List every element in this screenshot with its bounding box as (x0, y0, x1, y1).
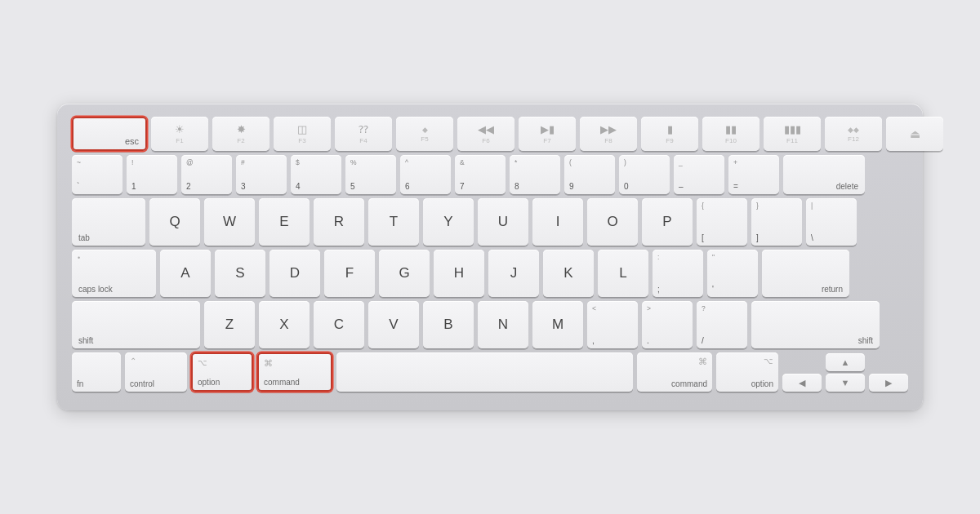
key-arrow-up[interactable]: ▲ (826, 353, 865, 371)
key-d[interactable]: D (270, 250, 320, 297)
key-f7[interactable]: ▶▮ F7 (519, 117, 576, 151)
key-semicolon[interactable]: : ; (653, 250, 703, 297)
key-f10[interactable]: ▮▮ F10 (702, 117, 760, 151)
key-i[interactable]: I (532, 198, 583, 246)
key-arrow-down[interactable]: ▼ (826, 374, 865, 392)
key-6[interactable]: ^ 6 (400, 155, 451, 194)
f5-icon: ◆ (422, 126, 428, 134)
key-arrow-left[interactable]: ◀ (782, 374, 822, 392)
key-0[interactable]: ) 0 (619, 155, 670, 194)
key-open-bracket[interactable]: { [ (697, 198, 747, 246)
key-comma[interactable]: < , (587, 301, 638, 348)
key-backtick[interactable]: ~ ` (72, 155, 122, 194)
key-m[interactable]: M (532, 301, 583, 348)
esc-label: esc (125, 136, 139, 146)
command-left-icon: ⌘ (264, 358, 273, 369)
key-3[interactable]: # 3 (236, 155, 287, 194)
key-s[interactable]: S (215, 250, 265, 297)
key-f12[interactable]: ◆◆ F12 (825, 117, 882, 151)
option-left-icon: ⌥ (198, 358, 207, 367)
key-backslash[interactable]: | \ (806, 198, 857, 246)
key-f1[interactable]: ☀ F1 (151, 117, 208, 151)
key-caps-lock[interactable]: caps lock (72, 250, 156, 297)
key-f9[interactable]: ▮ F9 (641, 117, 698, 151)
key-option-left[interactable]: ⌥ option (191, 352, 253, 392)
f9-label: F9 (666, 137, 673, 144)
command-left-label: command (264, 378, 300, 387)
key-delete[interactable]: delete (783, 155, 865, 194)
key-option-right[interactable]: ⌥ option (716, 352, 778, 392)
key-c[interactable]: C (314, 301, 364, 348)
key-1[interactable]: ! 1 (127, 155, 177, 194)
key-f4[interactable]: ⁇ F4 (335, 117, 392, 151)
key-a[interactable]: A (160, 250, 211, 297)
key-arrow-right[interactable]: ▶ (869, 374, 908, 392)
f12-label: F12 (848, 135, 859, 143)
command-right-label: command (671, 379, 707, 388)
key-g[interactable]: G (379, 250, 430, 297)
key-z[interactable]: Z (204, 301, 255, 348)
key-b[interactable]: B (423, 301, 474, 348)
key-o[interactable]: O (587, 198, 638, 246)
key-5[interactable]: % 5 (345, 155, 396, 194)
key-t[interactable]: T (368, 198, 419, 246)
key-y[interactable]: Y (423, 198, 474, 246)
key-f11[interactable]: ▮▮▮ F11 (764, 117, 821, 151)
key-esc[interactable]: esc (72, 117, 147, 151)
f1-icon: ☀ (175, 123, 185, 135)
key-9[interactable]: ( 9 (564, 155, 615, 194)
return-label: return (822, 285, 843, 294)
f2-icon: ✸ (237, 123, 246, 135)
key-e[interactable]: E (259, 198, 310, 246)
key-4[interactable]: $ 4 (291, 155, 341, 194)
key-w[interactable]: W (204, 198, 255, 246)
key-8[interactable]: * 8 (510, 155, 560, 194)
shift-left-label: shift (78, 336, 93, 345)
key-q[interactable]: Q (149, 198, 200, 246)
f8-label: F8 (604, 137, 612, 144)
key-n[interactable]: N (478, 301, 528, 348)
key-command-left[interactable]: ⌘ command (257, 352, 332, 392)
key-eject[interactable]: ⏏ (886, 117, 943, 151)
key-j[interactable]: J (488, 250, 539, 297)
key-fn[interactable]: fn (72, 352, 121, 392)
key-l[interactable]: L (598, 250, 648, 297)
f9-icon: ▮ (667, 123, 673, 135)
arrow-cluster: ▲ ◀ ▼ ▶ (782, 353, 908, 392)
key-p[interactable]: P (642, 198, 693, 246)
key-v[interactable]: V (368, 301, 419, 348)
zxcv-row: shift Z X C V B N M < , > . ? / shift (72, 301, 908, 348)
key-return[interactable]: return (762, 250, 849, 297)
key-control[interactable]: ⌃ control (125, 352, 187, 392)
key-f3[interactable]: ◫ F3 (274, 117, 331, 151)
key-quote[interactable]: " ' (707, 250, 758, 297)
key-command-right[interactable]: ⌘ command (637, 352, 712, 392)
key-close-bracket[interactable]: } ] (751, 198, 802, 246)
shift-right-label: shift (858, 336, 873, 345)
key-u[interactable]: U (478, 198, 528, 246)
number-row: ~ ` ! 1 @ 2 # 3 $ 4 % 5 ^ 6 & 7 (72, 155, 908, 194)
key-7[interactable]: & 7 (455, 155, 506, 194)
key-minus[interactable]: _ – (674, 155, 724, 194)
key-x[interactable]: X (259, 301, 310, 348)
key-f8[interactable]: ▶▶ F8 (580, 117, 637, 151)
key-tab[interactable]: tab (72, 198, 145, 246)
key-h[interactable]: H (434, 250, 484, 297)
key-k[interactable]: K (543, 250, 594, 297)
key-2[interactable]: @ 2 (181, 155, 232, 194)
key-equals[interactable]: + = (728, 155, 779, 194)
key-f[interactable]: F (324, 250, 375, 297)
control-icon: ⌃ (130, 357, 136, 366)
key-shift-right[interactable]: shift (751, 301, 880, 348)
f3-label: F3 (298, 137, 305, 144)
key-space[interactable] (336, 352, 633, 392)
key-shift-left[interactable]: shift (72, 301, 200, 348)
key-f2[interactable]: ✸ F2 (212, 117, 270, 151)
key-period[interactable]: > . (642, 301, 693, 348)
key-f5[interactable]: ◆ F5 (396, 117, 453, 151)
keyboard: esc ☀ F1 ✸ F2 ◫ F3 ⁇ F4 ◆ F5 ◀◀ F6 (57, 104, 923, 410)
delete-label: delete (836, 182, 858, 191)
key-r[interactable]: R (314, 198, 364, 246)
key-f6[interactable]: ◀◀ F6 (457, 117, 514, 151)
key-slash[interactable]: ? / (697, 301, 747, 348)
